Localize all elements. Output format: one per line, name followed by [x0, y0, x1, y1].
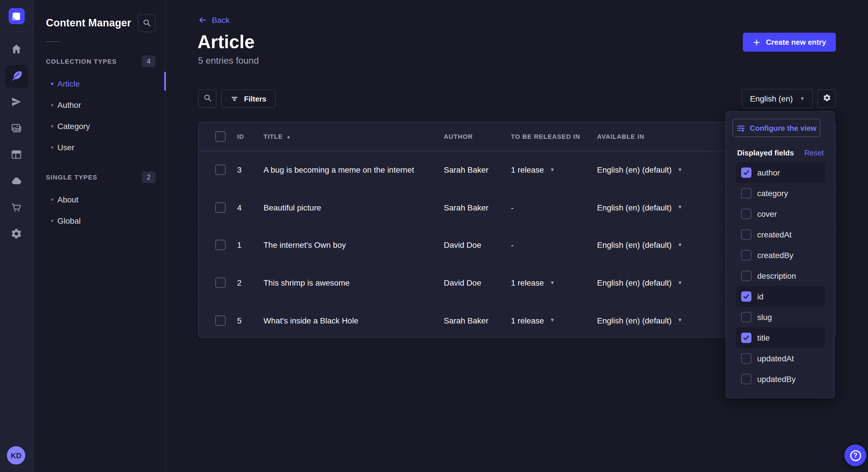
cell-available: English (en) (default)	[597, 241, 672, 250]
entries-count: 5 entries found	[198, 56, 259, 66]
column-header-author: AUTHOR	[444, 133, 511, 140]
rail-item-media-library[interactable]	[5, 117, 28, 140]
sidebar-item-label: User	[57, 142, 74, 152]
bullet-icon	[51, 220, 53, 222]
row-checkbox[interactable]	[215, 202, 226, 213]
cell-available: English (en) (default)	[597, 316, 672, 325]
main-nav-rail: KD	[0, 0, 33, 472]
checkbox-checked-icon[interactable]	[741, 167, 751, 178]
user-avatar[interactable]: KD	[7, 446, 25, 465]
field-toggle-id[interactable]: id	[736, 286, 825, 307]
app-root: KD Content Manager COLLECTION TYPES4Arti…	[0, 0, 868, 472]
rail-item-releases[interactable]	[5, 91, 28, 114]
back-link[interactable]: Back	[198, 15, 229, 25]
checkbox-unchecked[interactable]	[741, 250, 751, 260]
row-checkbox[interactable]	[215, 240, 226, 250]
sidebar-item-category[interactable]: Category	[33, 115, 165, 136]
cell-released: 1 release	[511, 165, 544, 175]
search-icon	[143, 18, 151, 28]
rail-item-content-type-builder[interactable]	[5, 144, 28, 167]
home-icon	[10, 43, 22, 57]
locale-select[interactable]: English (en) ▼	[742, 89, 813, 108]
chevron-down-icon[interactable]: ▼	[677, 205, 683, 210]
chevron-down-icon[interactable]: ▼	[550, 167, 555, 173]
chevron-down-icon[interactable]: ▼	[550, 280, 555, 285]
rail-item-marketplace[interactable]	[5, 197, 28, 220]
help-button[interactable]: ?	[844, 444, 866, 466]
cell-title: This shrimp is awesome	[264, 278, 444, 287]
row-checkbox[interactable]	[215, 278, 226, 288]
checkbox-unchecked[interactable]	[741, 353, 751, 364]
layout-icon	[10, 148, 22, 163]
bullet-icon	[51, 103, 53, 106]
chevron-down-icon[interactable]: ▼	[677, 280, 683, 285]
subnav-search-button[interactable]	[138, 14, 156, 32]
strapi-logo[interactable]	[8, 8, 24, 24]
field-toggle-label: category	[757, 189, 788, 198]
configure-view-label: Configure the view	[750, 124, 817, 132]
cell-id: 2	[237, 278, 264, 287]
row-checkbox[interactable]	[215, 165, 226, 175]
rail-item-cloud[interactable]	[5, 170, 28, 193]
sidebar-item-user[interactable]: User	[33, 136, 165, 158]
cell-author: David Doe	[444, 278, 511, 287]
field-toggle-category[interactable]: category	[736, 183, 825, 204]
field-toggle-updatedBy[interactable]: updatedBy	[736, 369, 825, 390]
active-item-indicator	[164, 72, 166, 91]
field-toggle-author[interactable]: author	[736, 162, 825, 183]
checkbox-unchecked[interactable]	[741, 209, 751, 219]
field-toggle-createdAt[interactable]: createdAt	[736, 224, 825, 245]
sidebar-item-author[interactable]: Author	[33, 94, 165, 115]
checkbox-unchecked[interactable]	[741, 188, 751, 198]
subnav-section-badge: 2	[142, 171, 156, 183]
chevron-down-icon[interactable]: ▼	[677, 167, 683, 173]
checkbox-unchecked[interactable]	[741, 312, 751, 322]
column-header-title[interactable]: TITLE ▲	[264, 133, 444, 140]
checkbox-unchecked[interactable]	[741, 271, 751, 281]
select-all-checkbox[interactable]	[215, 131, 226, 142]
cell-title: The internet's Own boy	[264, 241, 444, 250]
filter-lines-icon	[230, 94, 239, 103]
plus-icon	[753, 38, 761, 46]
checkbox-checked-icon[interactable]	[741, 291, 751, 302]
chevron-down-icon[interactable]: ▼	[677, 318, 683, 323]
field-toggle-description[interactable]: description	[736, 266, 825, 286]
back-label: Back	[212, 15, 229, 25]
sidebar-item-article[interactable]: Article	[33, 73, 165, 94]
cell-title: What's inside a Black Hole	[264, 316, 444, 325]
sidebar-item-global[interactable]: Global	[33, 210, 165, 231]
checkbox-unchecked[interactable]	[741, 374, 751, 384]
field-toggle-updatedAt[interactable]: updatedAt	[736, 348, 825, 369]
view-settings-button[interactable]	[817, 90, 836, 108]
chevron-down-icon[interactable]: ▼	[550, 318, 555, 323]
subnav-item-list: AboutGlobal	[33, 189, 165, 231]
rail-item-home[interactable]	[5, 38, 28, 61]
column-header-title-label: TITLE	[264, 133, 283, 140]
configure-view-button[interactable]: Configure the view	[733, 119, 820, 137]
column-header-id[interactable]: ID	[237, 133, 264, 140]
checkbox-unchecked[interactable]	[741, 229, 751, 240]
field-toggle-slug[interactable]: slug	[736, 307, 825, 328]
cell-available: English (en) (default)	[597, 278, 672, 287]
field-toggle-label: title	[757, 333, 770, 342]
checkbox-checked-icon[interactable]	[741, 333, 751, 343]
filters-button[interactable]: Filters	[221, 90, 276, 108]
sidebar-item-about[interactable]: About	[33, 189, 165, 210]
rail-item-content-manager[interactable]	[5, 65, 28, 88]
cell-id: 3	[237, 165, 264, 175]
chevron-down-icon[interactable]: ▼	[677, 243, 683, 248]
cell-released: -	[511, 203, 514, 212]
table-search-button[interactable]	[198, 90, 216, 108]
field-toggle-createdBy[interactable]: createdBy	[736, 245, 825, 266]
cloud-icon	[10, 175, 22, 189]
content-manager-subnav: Content Manager COLLECTION TYPES4Article…	[33, 0, 166, 472]
row-checkbox[interactable]	[215, 315, 226, 326]
create-new-entry-button[interactable]: Create new entry	[743, 33, 836, 52]
field-toggle-label: updatedBy	[757, 374, 796, 384]
reset-link[interactable]: Reset	[804, 148, 824, 157]
field-toggle-title[interactable]: title	[736, 328, 825, 348]
cell-id: 1	[237, 241, 264, 250]
field-toggle-cover[interactable]: cover	[736, 204, 825, 224]
rail-item-settings[interactable]	[5, 223, 28, 246]
displayed-fields-label: Displayed fields	[737, 148, 794, 157]
